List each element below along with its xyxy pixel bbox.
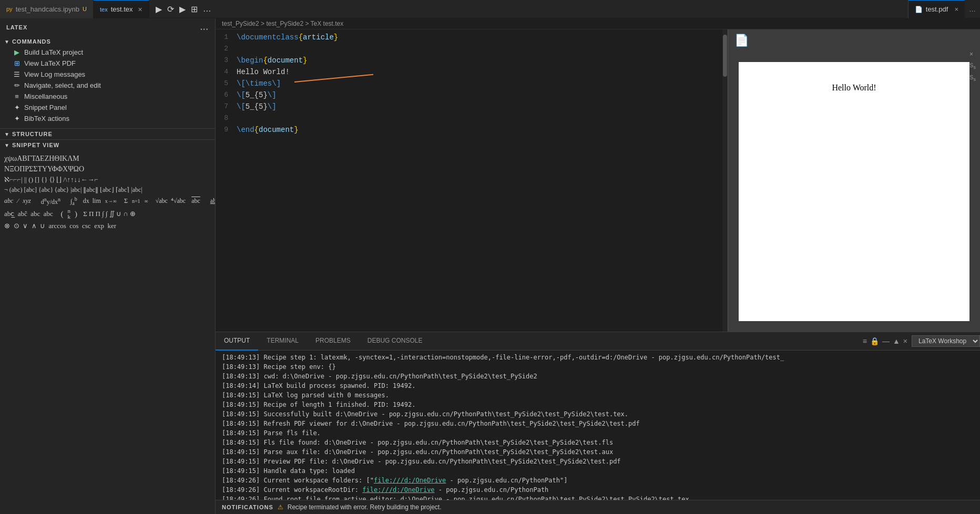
tex-icon: tex [100, 6, 108, 13]
close-icon-tex[interactable]: × [138, 5, 142, 14]
navigate-icon: ✏ [13, 81, 21, 89]
pdf-content: Hello World! [739, 62, 969, 321]
pdf-sidebar-icons: × Ss Ss [969, 50, 976, 82]
tab-notebook-label: test_handcalcs.ipynb [16, 5, 79, 13]
structure-section: ▼ STRUCTURE [0, 128, 215, 139]
pdf-icon-s2[interactable]: Ss [969, 74, 976, 82]
tab-tex[interactable]: tex test.tex × [94, 0, 149, 18]
line-content-9: \end{document} [237, 124, 299, 136]
sidebar-item-bibtex[interactable]: ✦ BibTeX actions [0, 113, 215, 124]
structure-label: STRUCTURE [12, 131, 53, 137]
output-lock-icon[interactable]: 🔒 [870, 337, 879, 345]
snippet-section: ▼ SNIPPET VIEW χψωΑΒΓΤΔΕΖΗΘΙΚΛΜ ΝΞΟΠΡΣΣΤ… [0, 139, 215, 514]
snippet-view-label: SNIPPET VIEW [12, 142, 59, 148]
commands-header[interactable]: ▼ COMMANDS [0, 36, 215, 47]
pdf-hello-world: Hello World! [832, 83, 876, 92]
snippet-row-3: ¬ (abc) [abc] {abc} ⟨abc⟩ |abc| ‖abc‖ ⌊a… [4, 186, 211, 194]
log-line-12: [18:49:15] Handle data type: loaded [222, 466, 974, 476]
breadcrumb-path: test_PySide2 > test_PySide2 > TeX test.t… [222, 20, 343, 27]
split-icon[interactable]: ⊞ [191, 4, 198, 14]
tab-debug-console[interactable]: DEBUG CONSOLE [359, 332, 431, 351]
line-num-3: 3 [216, 55, 237, 66]
pdf-close-small[interactable]: × [969, 50, 976, 58]
pdf-icon: 📄 [915, 6, 923, 13]
build-label: Build LaTeX project [24, 48, 83, 56]
commands-section: ▼ COMMANDS ▶ Build LaTeX project ⊞ View … [0, 36, 215, 124]
line-num-7: 7 [216, 101, 237, 112]
right-edge-dots[interactable]: … [965, 5, 980, 13]
snippet-view-header[interactable]: ▼ SNIPPET VIEW [0, 140, 215, 150]
sidebar-latex-header: LATEX ... [0, 18, 215, 36]
editor-scrollbar-thumb[interactable] [723, 35, 727, 77]
code-line-3: 3 \begin{document} [216, 55, 728, 66]
sidebar-item-navigate[interactable]: ✏ Navigate, select, and edit [0, 80, 215, 91]
line-content-1: \documentclass{article} [237, 32, 338, 43]
code-line-5: 5 \[\times\] [216, 78, 728, 89]
code-line-2: 2 [216, 43, 728, 55]
log-line-11: [18:49:15] Preview PDF file: d:\OneDrive… [222, 457, 974, 466]
log-line-3: [18:49:14] LaTeX build process spawned. … [222, 381, 974, 390]
tab-pdf[interactable]: 📄 test.pdf × [908, 0, 965, 18]
pdf-panel: 📄 Hello World! × Ss Ss [728, 29, 980, 332]
snippet-row-0: χψωΑΒΓΤΔΕΖΗΘΙΚΛΜ [4, 155, 211, 163]
sidebar-item-misc[interactable]: ≡ Miscellaneous [0, 91, 215, 102]
sidebar: LATEX ... ▼ COMMANDS ▶ Build LaTeX proje… [0, 18, 216, 514]
editor-area: test_PySide2 > test_PySide2 > TeX test.t… [216, 18, 980, 514]
run2-icon[interactable]: ▶ [179, 4, 186, 14]
output-content[interactable]: [18:49:13] Recipe step 1: latexmk, -sync… [216, 351, 980, 500]
tab-terminal[interactable]: TERMINAL [258, 332, 307, 351]
workspace-link-2[interactable]: file:///d:/OneDrive [362, 486, 434, 494]
run-icon[interactable]: ▶ [156, 4, 162, 14]
line-num-5: 5 [216, 78, 237, 89]
sidebar-dots[interactable]: ... [200, 23, 209, 32]
output-list-icon[interactable]: ≡ [863, 337, 867, 345]
close-icon-pdf[interactable]: × [954, 5, 958, 13]
bibtex-label: BibTeX actions [24, 115, 69, 122]
output-tabs-bar: OUTPUT TERMINAL PROBLEMS DEBUG CONSOLE ≡ [216, 332, 980, 351]
tab-notebook[interactable]: py test_handcalcs.ipynb U [0, 0, 94, 18]
code-line-6: 6 \[5_{5}\] [216, 89, 728, 101]
sidebar-item-build[interactable]: ▶ Build LaTeX project [0, 47, 215, 58]
commands-label: COMMANDS [12, 38, 51, 45]
output-panel: OUTPUT TERMINAL PROBLEMS DEBUG CONSOLE ≡ [216, 332, 980, 500]
code-line-1: 1 \documentclass{article} [216, 32, 728, 43]
code-lines: 1 \documentclass{article} 2 3 [216, 29, 728, 332]
output-minimize-icon[interactable]: — [882, 337, 890, 345]
log-line-7: [18:49:15] Refresh PDF viewer for d:\One… [222, 419, 974, 428]
line-content-7: \[5_{5}\] [237, 101, 277, 112]
log-line-1: [18:49:13] Recipe step env: {} [222, 362, 974, 372]
line-num-6: 6 [216, 89, 237, 101]
line-num-4: 4 [216, 66, 237, 78]
refresh-icon[interactable]: ⟳ [167, 4, 174, 14]
misc-icon: ≡ [13, 92, 21, 100]
more-actions-icon[interactable]: … [203, 4, 211, 14]
snippet-row-5: abc̲ abĉ abc abc (nk) Σ Π Π ∫ ∫ ∬ ∪ ∩ ⊕ [4, 208, 211, 220]
tab-output[interactable]: OUTPUT [216, 332, 258, 351]
tab-problems[interactable]: PROBLEMS [307, 332, 359, 351]
sidebar-item-snippet[interactable]: ✦ Snippet Panel [0, 102, 215, 113]
code-editor[interactable]: 1 \documentclass{article} 2 3 [216, 29, 728, 332]
tab-notebook-modified: U [83, 6, 87, 12]
pdf-icon-s1[interactable]: Ss [969, 62, 976, 70]
snippet-row-4: abc⁄xyz dny/dxn ∫ab dx limx→∞ Σn=1∞ √abc… [4, 196, 211, 206]
output-source-select[interactable]: LaTeX Workshop [912, 335, 980, 347]
structure-header[interactable]: ▼ STRUCTURE [0, 129, 215, 139]
line-content-2 [237, 43, 241, 55]
line-num-1: 1 [216, 32, 237, 43]
commands-arrow: ▼ [4, 39, 10, 45]
output-maximize-icon[interactable]: ▲ [893, 337, 900, 345]
log-line-15: [18:49:26] Found root file from active e… [222, 495, 974, 500]
output-close-icon[interactable]: × [903, 337, 907, 345]
log-line-4: [18:49:15] LaTeX log parsed with 0 messa… [222, 390, 974, 400]
notebook-icon: py [6, 6, 13, 12]
sidebar-item-view-log[interactable]: ☰ View Log messages [0, 69, 215, 80]
sidebar-item-view-pdf[interactable]: ⊞ View LaTeX PDF [0, 58, 215, 69]
line-content-4: Hello World! [237, 66, 290, 78]
code-line-8: 8 [216, 112, 728, 124]
snippet-row-1: ΝΞΟΠΡΣΣΤΥΥΦΦΧΨΩΟ [4, 165, 211, 173]
build-icon: ▶ [13, 48, 21, 56]
notification-message: Recipe terminated with error. Retry buil… [288, 503, 442, 511]
workspace-link-1[interactable]: file:///d:/OneDrive [374, 477, 446, 484]
log-line-13: [18:49:26] Current workspace folders: ["… [222, 476, 974, 485]
editor-scrollbar[interactable] [722, 29, 728, 332]
